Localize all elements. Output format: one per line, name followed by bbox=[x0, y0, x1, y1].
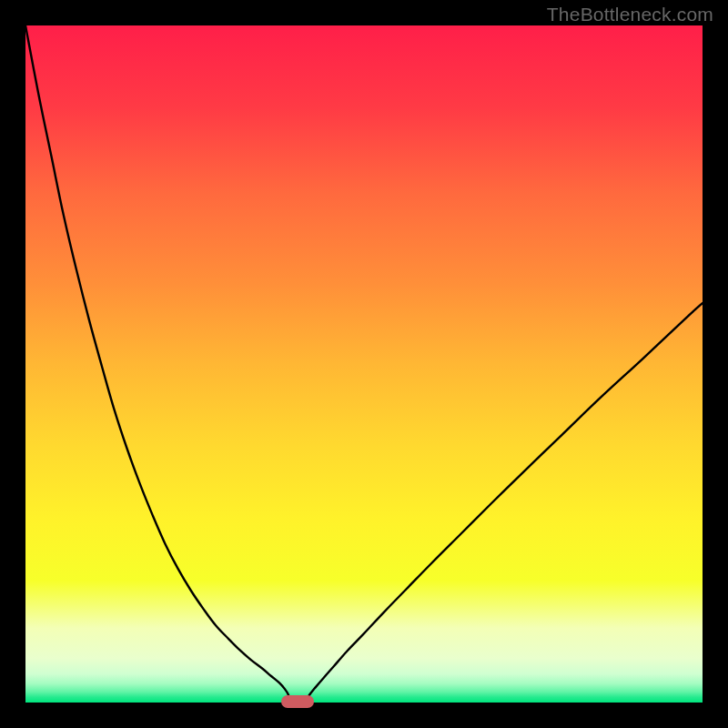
bottleneck-marker bbox=[281, 695, 314, 708]
curve-right-branch bbox=[307, 303, 703, 700]
chart-frame: TheBottleneck.com bbox=[0, 0, 728, 728]
watermark-text: TheBottleneck.com bbox=[547, 4, 713, 25]
chart-curves bbox=[25, 25, 703, 703]
curve-left-branch bbox=[25, 25, 289, 700]
plot-area bbox=[25, 25, 703, 703]
